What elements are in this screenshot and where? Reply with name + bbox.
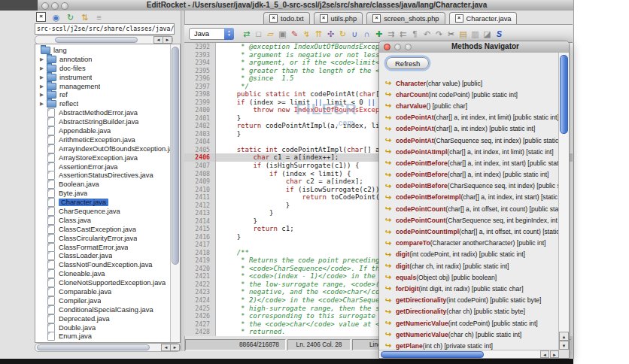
tree-item-ClassLoader.java[interactable]: ClassLoader.java: [35, 251, 170, 260]
tree-item-CharSequence.java[interactable]: CharSequence.java: [35, 207, 170, 216]
navigator-minimize-button[interactable]: [394, 44, 401, 50]
undo-icon[interactable]: ↶: [422, 26, 432, 41]
method-item-digit[interactable]: ↪digit(int codePoint, int radix) [public…: [379, 249, 558, 260]
expand-arrow-icon[interactable]: ▶: [38, 74, 45, 80]
path-scrollbar-thumb[interactable]: [55, 37, 138, 43]
reload-icon[interactable]: ↻: [338, 26, 348, 41]
window-minimize-button[interactable]: [51, 2, 59, 10]
tree-item-CloneNotSupportedException.java[interactable]: CloneNotSupportedException.java: [35, 278, 170, 287]
tree-item-Byte.java[interactable]: Byte.java: [35, 189, 170, 198]
close-tab-icon[interactable]: ×: [455, 14, 463, 23]
tree-item-Deprecated.java[interactable]: Deprecated.java: [35, 314, 170, 323]
method-item-getNumericValue[interactable]: ↪getNumericValue(int codePoint) [public …: [379, 317, 558, 329]
methods-scroll-right-button[interactable]: ►: [550, 350, 559, 358]
method-item-codePointBefore[interactable]: ↪codePointBefore(char[] a, int index, in…: [379, 157, 558, 168]
method-item-Character[interactable]: ↪Character(char value) [public]: [379, 77, 558, 89]
methods-vertical-scrollbar[interactable]: [558, 53, 569, 350]
methods-scroll-down-button[interactable]: ▼: [559, 341, 569, 350]
tree-item-Double.java[interactable]: Double.java: [35, 323, 170, 332]
tree-item-AbstractStringBuilder.java[interactable]: AbstractStringBuilder.java: [35, 117, 170, 126]
method-item-charValue[interactable]: ↪charValue() [public char]: [379, 100, 558, 111]
file-tree-horizontal-scrollbar[interactable]: ◄ ►: [35, 343, 181, 352]
tree-item-Cloneable.java[interactable]: Cloneable.java: [35, 269, 170, 278]
methods-vscroll-thumb[interactable]: [560, 55, 568, 134]
file-tree[interactable]: lang▶annotation▶doc-files▶instrument▶man…: [35, 44, 181, 343]
method-item-charCount[interactable]: ↪charCount(int codePoint) [public static…: [379, 89, 558, 100]
script-icon[interactable]: S: [494, 26, 504, 41]
tree-item-ArrayStoreException.java[interactable]: ArrayStoreException.java: [35, 153, 170, 162]
tree-item-Class.java[interactable]: Class.java: [35, 216, 170, 225]
indent-icon[interactable]: ⇉: [386, 26, 396, 41]
tree-item-ClassCircularityError.java[interactable]: ClassCircularityError.java: [35, 234, 170, 243]
path-scroll-right-button[interactable]: ►: [163, 36, 172, 44]
language-selector[interactable]: Java ▲ ▼: [189, 28, 234, 40]
tree-item-ClassNotFoundException.java[interactable]: ClassNotFoundException.java: [35, 260, 170, 269]
insert-snippet-icon[interactable]: ✚: [374, 26, 384, 41]
redo-icon[interactable]: ↷: [434, 26, 444, 41]
methods-scroll-left-button[interactable]: ◄: [540, 350, 549, 358]
file-tree-hscroll-thumb[interactable]: [37, 344, 150, 350]
method-item-codePointBefore[interactable]: ↪codePointBefore(char[] a, int index) [p…: [379, 169, 558, 180]
tree-item-annotation[interactable]: ▶annotation: [35, 55, 170, 64]
tree-item-management[interactable]: ▶management: [35, 82, 170, 91]
collapse-all-icon[interactable]: ≡: [94, 13, 104, 22]
tree-item-ArithmeticException.java[interactable]: ArithmeticException.java: [35, 135, 170, 144]
method-item-codePointAt[interactable]: ↪codePointAt(CharSequence seq, int index…: [379, 135, 558, 146]
open-folder-icon[interactable]: ▱: [266, 26, 275, 41]
tree-item-reflect[interactable]: ▶reflect: [35, 99, 170, 108]
combo-stepper-icon[interactable]: ▲ ▼: [224, 28, 234, 40]
window-zoom-button[interactable]: [61, 2, 68, 10]
file-tree-vertical-scrollbar[interactable]: [170, 44, 180, 342]
method-item-equals[interactable]: ↪equals(Object obj) [public boolean]: [379, 271, 558, 283]
close-tab-icon[interactable]: ×: [269, 14, 278, 23]
tree-scroll-right-button[interactable]: ►: [170, 344, 180, 351]
tree-item-lang[interactable]: lang: [35, 46, 170, 55]
save-icon[interactable]: ▣: [278, 26, 287, 41]
copy-icon[interactable]: ▥: [470, 26, 480, 41]
refresh-button[interactable]: Refresh: [386, 57, 429, 69]
uppercase-icon[interactable]: ⇈: [314, 26, 324, 41]
tree-item-ArrayIndexOutOfBoundsException.java[interactable]: ArrayIndexOutOfBoundsException.java: [35, 144, 170, 153]
methods-navigator-titlebar[interactable]: Methods Navigator: [379, 41, 569, 53]
editor-tab-screen_shots.php[interactable]: ×screen_shots.php: [366, 12, 445, 24]
method-item-codePointBefore[interactable]: ↪codePointBefore(CharSequence seq, int i…: [379, 180, 558, 192]
editor-tab-Character.java[interactable]: ×Character.java: [449, 12, 518, 24]
tree-item-AssertionStatusDirectives.java[interactable]: AssertionStatusDirectives.java: [35, 171, 170, 180]
method-item-codePointCount[interactable]: ↪codePointCount(CharSequence seq, int be…: [379, 214, 558, 226]
tree-item-Comparable.java[interactable]: Comparable.java: [35, 287, 170, 296]
method-item-codePointAt[interactable]: ↪codePointAt(char[] a, int index, int li…: [379, 112, 558, 123]
lowercase-icon[interactable]: ↯: [302, 26, 311, 41]
paste-icon[interactable]: ▤: [458, 26, 468, 41]
method-item-codePointAtImpl[interactable]: ↪codePointAtImpl(char[] a, int index, in…: [379, 146, 558, 157]
method-item-getDirectionality[interactable]: ↪getDirectionality(int codePoint) [publi…: [379, 295, 558, 306]
select-to-brace-icon[interactable]: ∩: [362, 26, 372, 41]
method-item-forDigit[interactable]: ↪forDigit(int digit, int radix) [public …: [379, 283, 558, 294]
editor-tab-utils.php[interactable]: ×utils.php: [314, 12, 363, 24]
tree-item-instrument[interactable]: ▶instrument: [35, 73, 170, 82]
tree-item-Compiler.java[interactable]: Compiler.java: [35, 296, 170, 305]
pencil-icon[interactable]: ✎: [290, 26, 299, 41]
sync-icon[interactable]: ⇄: [242, 26, 251, 41]
method-item-getDirectionality[interactable]: ↪getDirectionality(char ch) [public stat…: [379, 306, 558, 317]
tree-item-Character.java[interactable]: Character.java: [35, 198, 170, 207]
tree-item-ClassFormatError.java[interactable]: ClassFormatError.java: [35, 243, 170, 252]
tree-item-AssertionError.java[interactable]: AssertionError.java: [35, 162, 170, 171]
method-item-codePointAt[interactable]: ↪codePointAt(char[] a, int index) [publi…: [379, 123, 558, 135]
refresh-tree-icon[interactable]: ↻: [65, 13, 75, 22]
method-item-codePointCount[interactable]: ↪codePointCount(char[] a, int offset, in…: [379, 203, 558, 214]
path-field[interactable]: src-scsl/j2se/src/share/classes/java/lan…: [35, 23, 175, 35]
navigator-close-button[interactable]: [384, 44, 390, 50]
editor-tab-todo.txt[interactable]: ×todo.txt: [263, 12, 310, 24]
expand-arrow-icon[interactable]: ▶: [38, 92, 45, 98]
navigator-zoom-button[interactable]: [405, 44, 412, 50]
methods-horizontal-scrollbar[interactable]: ◄ ►: [379, 350, 559, 358]
expand-arrow-icon[interactable]: ▶: [38, 56, 45, 62]
snapshot-icon[interactable]: ◪: [482, 26, 492, 41]
methods-hscroll-thumb[interactable]: [381, 351, 484, 358]
new-file-icon[interactable]: □: [254, 26, 263, 41]
outdent-icon[interactable]: ⇇: [398, 26, 408, 41]
sync-folder-icon[interactable]: ⇅: [80, 13, 90, 22]
close-panel-button[interactable]: ×: [36, 12, 46, 22]
window-titlebar[interactable]: EditRocket - /Users/user/java/jdk-1_5_0-…: [0, 0, 573, 11]
method-item-getPlane[interactable]: ↪getPlane(int ch) [private static int]: [379, 340, 558, 350]
